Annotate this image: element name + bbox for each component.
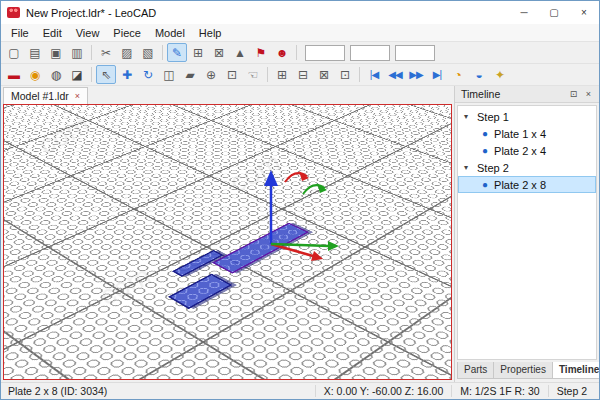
model-tab-label: Model #1.ldr — [11, 90, 69, 102]
title-bar: New Project.ldr* - LeoCAD ─ ▢ × — [1, 1, 599, 24]
toolbar-separator — [91, 67, 92, 82]
pan-tool-button[interactable]: ☜ — [243, 65, 263, 84]
toolbar-separator — [91, 45, 92, 60]
part-dot-icon: ● — [482, 128, 488, 139]
transform-button[interactable]: ▲ — [230, 43, 250, 62]
zoom-region-tool-button[interactable]: ⊡ — [222, 65, 242, 84]
timeline-part-plate-1x4[interactable]: ● Plate 1 x 4 — [458, 125, 596, 142]
select-tool-button[interactable]: ⇖ — [96, 65, 116, 84]
add-keys-button[interactable]: ✦ — [490, 65, 510, 84]
transform-combo[interactable] — [395, 45, 435, 61]
part-dot-icon: ● — [482, 179, 488, 190]
relative-mode-button[interactable]: ⚑ — [251, 43, 271, 62]
menu-help[interactable]: Help — [192, 26, 229, 40]
zoom-in-tool-button[interactable]: ⊕ — [201, 65, 221, 84]
cut-button[interactable]: ✂ — [96, 43, 116, 62]
delete-tool-button[interactable]: ◫ — [159, 65, 179, 84]
part-label: Plate 1 x 4 — [494, 128, 546, 140]
paste-button[interactable]: ▧ — [138, 43, 158, 62]
gizmo-z-axis-arrow[interactable] — [264, 170, 278, 244]
toolbar-separator — [359, 67, 360, 82]
toolbar-separator — [296, 45, 297, 60]
render-button[interactable]: ◒ — [469, 65, 489, 84]
move-tool-button[interactable]: ✚ — [117, 65, 137, 84]
app-window: New Project.ldr* - LeoCAD ─ ▢ × File Edi… — [0, 0, 600, 400]
dock-float-icon[interactable]: ⊡ — [566, 87, 581, 102]
step-first-button[interactable]: |◀ — [364, 65, 384, 84]
view-split-vertical-button[interactable]: ⊟ — [293, 65, 313, 84]
brick-plate-2x4[interactable] — [168, 274, 233, 309]
toolbar-separator — [162, 45, 163, 60]
viewport-3d[interactable]: com com com — [3, 104, 452, 380]
status-coordinates: X: 0.00 Y: -60.00 Z: 16.00 — [315, 385, 451, 397]
tab-parts[interactable]: Parts — [457, 362, 494, 379]
tab-close-icon[interactable]: × — [75, 91, 80, 101]
step-last-button[interactable]: ▶| — [427, 65, 447, 84]
status-selection: Plate 2 x 8 (ID: 3034) — [5, 385, 315, 397]
dock-header: Timeline ⊡ × — [455, 86, 599, 103]
copy-button[interactable]: ▨ — [117, 43, 137, 62]
step-previous-button[interactable]: ◀◀ — [385, 65, 405, 84]
timeline-step-1[interactable]: ▾ Step 1 — [458, 108, 596, 125]
gizmo-rotate-x-handle[interactable] — [285, 171, 309, 182]
viewport-column: Model #1.ldr × com com com — [1, 86, 454, 382]
dock-tab-bar: Parts Properties Timeline — [455, 362, 599, 382]
model-tab-bar: Model #1.ldr × — [3, 86, 452, 104]
minimize-button[interactable]: ─ — [509, 1, 539, 24]
chevron-down-icon[interactable]: ▾ — [464, 163, 472, 172]
status-step: Step 2 — [548, 385, 595, 397]
snap-rotate-button[interactable]: ⊠ — [209, 43, 229, 62]
timeline-step-2[interactable]: ▾ Step 2 — [458, 159, 596, 176]
paint-tool-button[interactable]: ▰ — [180, 65, 200, 84]
status-snap: M: 1/2S 1F R: 30 — [451, 385, 547, 397]
timeline-tree: ▾ Step 1 ● Plate 1 x 4 ● Plate 2 x 4 ▾ S… — [457, 105, 597, 360]
menu-piece[interactable]: Piece — [106, 26, 148, 40]
model-tab[interactable]: Model #1.ldr × — [3, 87, 88, 104]
view-reset-button[interactable]: ⊡ — [335, 65, 355, 84]
view-remove-button[interactable]: ⊠ — [314, 65, 334, 84]
print-button[interactable]: ▥ — [67, 43, 87, 62]
timeline-part-plate-2x8[interactable]: ● Plate 2 x 8 — [458, 176, 596, 193]
close-button[interactable]: × — [569, 1, 599, 24]
spotlight-button[interactable]: ◍ — [46, 65, 66, 84]
menu-bar: File Edit View Piece Model Help — [1, 24, 599, 42]
step-label: Step 1 — [477, 111, 509, 123]
standard-toolbar: ▢ ▤ ▣ ▥ ✂ ▨ ▧ ✎ ⊞ ⊠ ▲ ⚑ ☻ — [1, 42, 599, 64]
menu-file[interactable]: File — [4, 26, 36, 40]
tab-properties[interactable]: Properties — [493, 362, 553, 379]
preview-button[interactable]: ◔ — [448, 65, 468, 84]
insert-piece-button[interactable]: ▬ — [4, 65, 24, 84]
move-snap-combo[interactable] — [305, 45, 345, 61]
new-button[interactable]: ▢ — [4, 43, 24, 62]
move-rotate-gizmo — [201, 136, 351, 266]
angle-snap-combo[interactable] — [350, 45, 390, 61]
menu-view[interactable]: View — [69, 26, 107, 40]
menu-edit[interactable]: Edit — [36, 26, 69, 40]
pencil-tool-button[interactable]: ✎ — [167, 43, 187, 62]
view-split-horizontal-button[interactable]: ⊞ — [272, 65, 292, 84]
maximize-button[interactable]: ▢ — [539, 1, 569, 24]
rotate-tool-button[interactable]: ↻ — [138, 65, 158, 84]
chevron-down-icon[interactable]: ▾ — [464, 112, 472, 121]
tab-timeline[interactable]: Timeline — [552, 362, 600, 379]
window-title: New Project.ldr* - LeoCAD — [26, 7, 509, 19]
dock-title: Timeline — [461, 88, 566, 100]
open-button[interactable]: ▤ — [25, 43, 45, 62]
save-button[interactable]: ▣ — [46, 43, 66, 62]
gizmo-rotate-y-handle[interactable] — [303, 183, 327, 194]
status-bar: Plate 2 x 8 (ID: 3034) X: 0.00 Y: -60.00… — [1, 382, 599, 399]
part-label: Plate 2 x 4 — [494, 145, 546, 157]
minifig-wizard-button[interactable]: ☻ — [272, 43, 292, 62]
tools-toolbar: ▬ ◉ ◍ ◪ ⇖ ✚ ↻ ◫ ▰ ⊕ ⊡ ☜ ⊞ ⊟ ⊠ ⊡ |◀ ◀◀ ▶▶… — [1, 64, 599, 86]
menu-model[interactable]: Model — [148, 26, 192, 40]
timeline-part-plate-2x4[interactable]: ● Plate 2 x 4 — [458, 142, 596, 159]
app-brick-icon — [7, 7, 20, 18]
step-next-button[interactable]: ▶▶ — [406, 65, 426, 84]
snap-translate-button[interactable]: ⊞ — [188, 43, 208, 62]
toolbar-separator — [267, 67, 268, 82]
camera-button[interactable]: ◪ — [67, 65, 87, 84]
light-button[interactable]: ◉ — [25, 65, 45, 84]
timeline-dock: Timeline ⊡ × ▾ Step 1 ● Plate 1 x 4 ● Pl… — [454, 86, 599, 382]
dock-close-icon[interactable]: × — [581, 87, 596, 102]
main-area: Model #1.ldr × com com com — [1, 86, 599, 382]
